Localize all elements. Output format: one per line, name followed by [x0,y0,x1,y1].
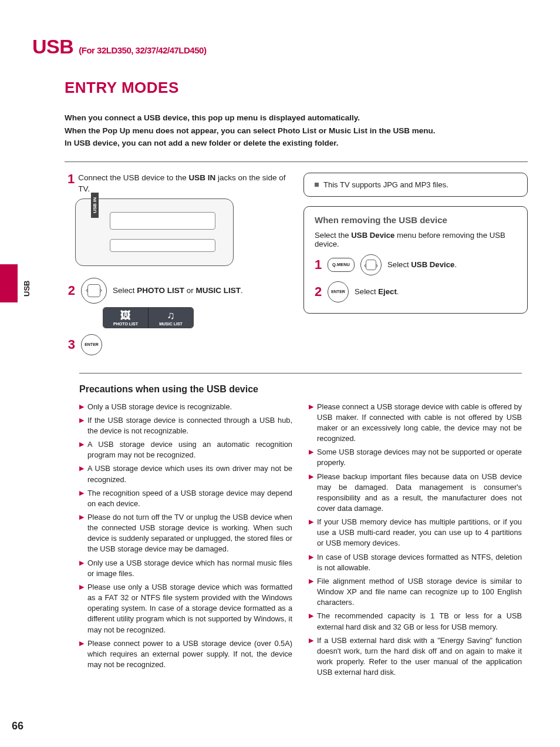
precaution-text: If your USB memory device has multiple p… [317,517,522,549]
precaution-item: ▶A USB storage device which uses its own… [79,463,292,484]
precaution-text: Please connect a USB storage device with… [317,402,522,445]
step-2: 2 Select PHOTO LIST or MUSIC LIST. [65,278,289,304]
precaution-text: In case of USB storage devices formatted… [317,552,522,573]
precaution-item: ▶If the USB storage device is connected … [79,415,292,436]
precaution-text: Only a USB storage device is recognizabl… [87,402,232,412]
t: Eject [378,287,397,296]
menu-strip: 🖼 PHOTO LIST ♫ MUSIC LIST [103,307,194,328]
precaution-item: ▶ Only use a USB storage device which ha… [79,558,292,579]
title-main: USB [32,35,73,58]
t: Select [355,287,378,296]
step-2-text: Select PHOTO LIST or MUSIC LIST. [113,286,243,295]
triangle-icon: ▶ [309,553,313,573]
precaution-text: Please do not turn off the TV or unplug … [87,512,292,555]
triangle-icon: ▶ [309,447,313,468]
precaution-text: The recommended capacity is 1 TB or less… [317,611,522,632]
remove-desc: Select the USB Device menu before removi… [315,231,517,248]
triangle-icon: ▶ [309,636,313,678]
dpad-button [360,254,382,275]
triangle-icon: ▶ [309,472,313,514]
step-1: 1 Connect the USB device to the USB IN j… [65,173,289,195]
precaution-text: Only use a USB storage device which has … [87,558,292,579]
remove-step1-text: Select USB Device. [387,260,457,269]
remove-step-1: 1 Q.MENU Select USB Device. [315,254,517,275]
enter-button: ENTER [81,334,102,355]
precaution-item: ▶Please do not turn off the TV or unplug… [79,512,292,555]
triangle-icon: ▶ [79,639,84,670]
enter-button: ENTER [328,281,349,302]
t: . [454,260,457,269]
remove-box: When removing the USB device Select the … [303,206,528,314]
precaution-text: Please connect power to a USB storage de… [87,638,292,670]
remove-step2-text: Select Eject. [355,287,399,296]
precaution-text: File alignment method of USB storage dev… [317,576,522,608]
t: Select [113,286,137,295]
triangle-icon: ▶ [79,440,84,460]
qmenu-button: Q.MENU [328,258,355,272]
music-icon: ♫ [167,310,175,321]
t: MUSIC LIST [196,286,241,295]
precaution-text: A USB storage device which uses its own … [87,463,292,484]
note-box: This TV supports JPG and MP3 files. [303,173,528,197]
precaution-item: ▶The recognition speed of a USB storage … [79,488,292,509]
dpad-button [81,278,107,304]
triangle-icon: ▶ [79,558,84,579]
remove-step-2: 2 ENTER Select Eject. [315,281,517,302]
triangle-icon: ▶ [309,577,313,608]
precaution-item: ▶Some USB storage devices may not be sup… [309,447,522,468]
precaution-item: ▶A USB storage device using an automatic… [79,439,292,460]
page-title: USB (For 32LD350, 32/37/42/47LD450) [32,35,528,58]
precaution-item: ▶Please use only a USB storage device wh… [79,582,292,635]
t: Select the [315,231,351,240]
t: . [397,287,399,296]
precaution-item: ▶File alignment method of USB storage de… [309,576,522,608]
enter-label: ENTER [85,342,99,346]
menu-item-photo: 🖼 PHOTO LIST [103,308,149,328]
intro-line: When the Pop Up menu does not appear, yo… [65,124,522,137]
precautions-columns: ▶Only a USB storage device is recognizab… [79,402,522,681]
triangle-icon: ▶ [79,402,84,412]
precautions-left: ▶Only a USB storage device is recognizab… [79,402,292,681]
title-sub: (For 32LD350, 32/37/42/47LD450) [79,45,206,55]
precaution-text: If the USB storage device is connected t… [87,415,292,436]
intro-line: When you connect a USB device, this pop … [65,112,522,124]
menu-label: MUSIC LIST [159,322,183,326]
t: . [241,286,243,295]
t: PHOTO LIST [137,286,184,295]
step-number: 1 [315,258,322,271]
precaution-item: ▶Please backup important files because d… [309,472,522,514]
triangle-icon: ▶ [309,611,313,632]
step-3: 3 ENTER [65,334,289,355]
divider [65,161,528,162]
precaution-item: ▶The recommended capacity is 1 TB or les… [309,611,522,632]
remove-title: When removing the USB device [315,215,517,225]
bullet-icon [315,183,319,187]
step-1-text: Connect the USB device to the USB IN jac… [78,173,289,195]
triangle-icon: ▶ [79,489,84,509]
usb-port-icon [110,212,215,230]
section-title: ENTRY MODES [65,79,528,97]
triangle-icon: ▶ [79,513,84,555]
precaution-item: ▶In case of USB storage devices formatte… [309,552,522,573]
precautions-title: Precautions when using the USB device [79,373,522,395]
precaution-text: Please use only a USB storage device whi… [87,582,292,635]
t: USB Device [351,231,394,240]
precaution-text: A USB storage device using an automatic … [87,439,292,460]
precaution-item: ▶If a USB external hard disk with a "Ene… [309,635,522,678]
precaution-text: Please backup important files because da… [317,472,522,514]
photo-icon: 🖼 [120,310,131,321]
step-number: 2 [315,285,322,298]
precaution-text: The recognition speed of a USB storage d… [87,488,292,509]
precautions-right: ▶Please connect a USB storage device wit… [309,402,522,681]
precaution-item: ▶Only a USB storage device is recognizab… [79,402,292,412]
intro-line: In USB device, you can not add a new fol… [65,137,522,150]
precaution-text: If a USB external hard disk with a "Ener… [317,635,522,678]
triangle-icon: ▶ [79,464,84,484]
page-number: 66 [12,720,23,732]
t: USB Device [411,260,454,269]
usb-in-label: USB IN [91,192,99,217]
triangle-icon: ▶ [309,402,313,445]
precaution-item: ▶Please connect power to a USB storage d… [79,638,292,670]
memory-slot-icon [110,239,215,252]
precaution-text: Some USB storage devices may not be supp… [317,447,522,468]
